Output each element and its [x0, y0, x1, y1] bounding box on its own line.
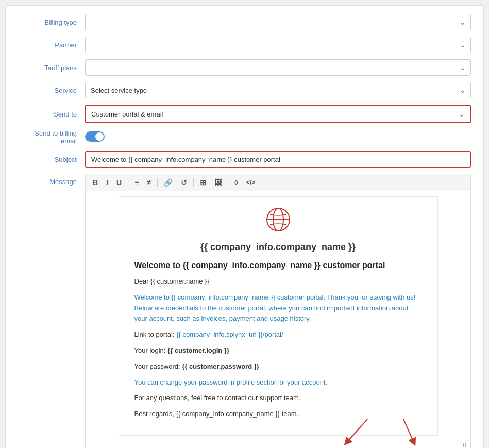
billing-type-row: Billing type [18, 14, 471, 30]
eraser-button[interactable]: ◊ [232, 177, 240, 188]
partner-row: Partner [18, 37, 471, 53]
unordered-list-button[interactable]: ≠ [145, 177, 153, 188]
subject-row: Subject [18, 151, 471, 168]
main-form: Billing type Partner Tariff plans Servic… [5, 5, 484, 448]
service-select[interactable]: Select service type [85, 82, 471, 98]
editor-content[interactable]: {{ company_info.company_name }} Welcome … [85, 191, 471, 448]
partner-label: Partner [18, 41, 85, 49]
tariff-plans-select[interactable] [85, 59, 471, 76]
service-row: Service Select service type [18, 82, 471, 98]
toolbar-divider-4 [228, 178, 228, 187]
email-regards: Best regards, {{ company_info.company_na… [134, 409, 422, 420]
email-logo [134, 207, 422, 234]
message-area: B I U ≡ ≠ 🔗 ↺ ⊞ 🖼 ◊ </> [85, 174, 471, 448]
tariff-plans-label: Tariff plans [18, 64, 85, 72]
email-questions: For any questions, feel free to contact … [134, 393, 422, 404]
subject-label: Subject [18, 156, 85, 163]
send-to-label: Send to [18, 110, 85, 118]
email-heading: Welcome to {{ company_info.company_name … [134, 261, 422, 270]
annotation-arrows [336, 419, 440, 448]
link-button[interactable]: 🔗 [162, 177, 175, 188]
image-button[interactable]: 🖼 [212, 177, 224, 188]
undo-button[interactable]: ↺ [179, 177, 189, 188]
email-dear: Dear {{ customer.name }} [134, 276, 422, 287]
email-link-url: {{ company_info.splynx_url }}/portal/ [176, 330, 283, 338]
logo-icon [266, 207, 291, 232]
send-to-billing-control [85, 131, 471, 143]
tariff-plans-row: Tariff plans [18, 59, 471, 76]
email-password: Your password: {{ customer.password }} [134, 361, 422, 372]
svg-line-4 [403, 419, 414, 442]
email-company-name: {{ company_info.company_name }} [134, 242, 422, 253]
italic-button[interactable]: I [104, 177, 110, 188]
send-to-select-wrapper: Customer portal & email [85, 105, 471, 123]
billing-type-control [85, 14, 471, 30]
billing-type-select[interactable] [85, 14, 471, 30]
send-to-select[interactable]: Customer portal & email [86, 106, 470, 122]
email-paragraph1: Welcome to {{ company_info.company_name … [134, 292, 422, 324]
email-change-password: You can change your password in profile … [134, 377, 422, 388]
bold-button[interactable]: B [91, 177, 100, 188]
email-link-label: Link to portal: [134, 330, 177, 338]
send-to-billing-row: Send to billing email [18, 129, 471, 145]
email-link-line: Link to portal: {{ company_info.splynx_u… [134, 329, 422, 340]
toolbar-divider-3 [193, 178, 194, 187]
service-select-wrapper: Select service type [85, 82, 471, 98]
subject-input[interactable] [85, 151, 471, 168]
editor-toolbar: B I U ≡ ≠ 🔗 ↺ ⊞ 🖼 ◊ </> [85, 174, 471, 191]
email-body: Dear {{ customer.name }} Welcome to {{ c… [134, 276, 422, 420]
partner-control [85, 37, 471, 53]
send-to-row: Send to Customer portal & email [18, 105, 471, 123]
message-row: Message B I U ≡ ≠ 🔗 ↺ ⊞ 🖼 ◊ </> [18, 174, 471, 448]
message-label: Message [18, 174, 85, 186]
send-to-control: Customer portal & email [85, 105, 471, 123]
tariff-plans-select-wrapper [85, 59, 471, 76]
editor-footer: 0 [86, 441, 470, 448]
table-button[interactable]: ⊞ [198, 177, 208, 188]
ordered-list-button[interactable]: ≡ [132, 177, 141, 188]
partner-select-wrapper [85, 37, 471, 53]
billing-email-toggle[interactable] [85, 131, 105, 142]
underline-button[interactable]: U [114, 177, 124, 188]
email-login: Your login: {{ customer.login }} [134, 345, 422, 356]
subject-control [85, 151, 471, 168]
send-to-billing-label: Send to billing email [18, 129, 85, 145]
email-preview: {{ company_info.company_name }} Welcome … [119, 196, 438, 436]
billing-type-label: Billing type [18, 19, 85, 26]
toolbar-divider-1 [128, 178, 128, 187]
service-control: Select service type [85, 82, 471, 98]
code-button[interactable]: </> [244, 178, 257, 187]
partner-select[interactable] [85, 37, 471, 53]
toolbar-divider-2 [157, 178, 158, 187]
billing-type-select-wrapper [85, 14, 471, 30]
service-label: Service [18, 87, 85, 94]
tariff-plans-control [85, 59, 471, 76]
svg-line-3 [347, 419, 367, 442]
toggle-switch[interactable] [85, 131, 105, 142]
